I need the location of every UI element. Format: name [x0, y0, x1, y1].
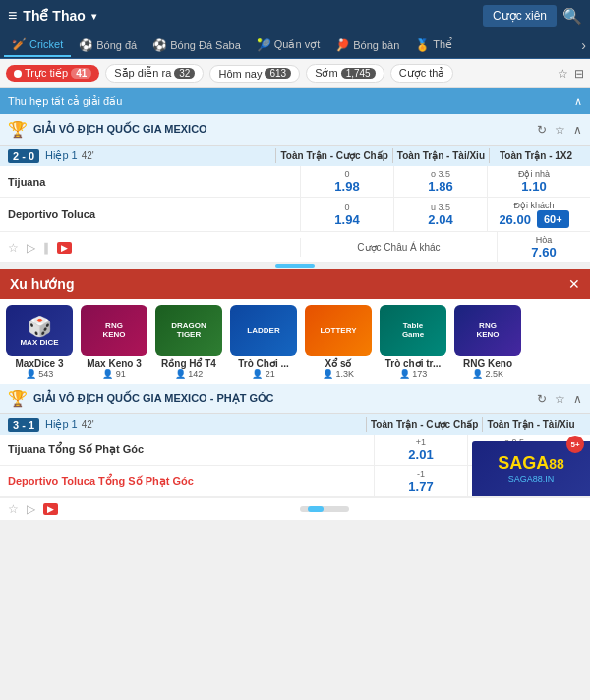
video-icon[interactable]: ▶ — [57, 242, 72, 254]
filter-som-count: 1,745 — [341, 68, 376, 79]
game-name-maxkeno3: Max Keno 3 — [87, 358, 142, 369]
refresh-icon[interactable]: ↻ — [537, 123, 547, 137]
game-thumb-rngkeno: RNGKENO — [454, 305, 521, 356]
xu-huong-close-button[interactable]: ✕ — [568, 276, 580, 292]
scroll-track[interactable] — [300, 506, 349, 512]
game-item-rngkeno[interactable]: RNGKENO RNG Keno 👤 2.5K — [452, 305, 523, 379]
draw-row: ☆ ▷ ∥ ▶ Cược Châu Á khác Hòa 7.60 — [0, 232, 590, 263]
bottom-actions-row: ☆ ▷ ▶ — [0, 497, 590, 520]
sport-tab-bongda[interactable]: ⚽ Bóng đá — [71, 34, 145, 56]
match2-period: Hiệp 1 — [45, 418, 78, 431]
match-score: 2 - 0 — [8, 149, 39, 163]
team1-handicap-cell[interactable]: 0 1.98 — [300, 166, 393, 197]
filter-action-icons: ☆ ⊟ — [558, 67, 584, 81]
star-icon[interactable]: ☆ — [555, 123, 565, 137]
team1-name: Tijuana — [0, 172, 300, 192]
team1-1x2-cell[interactable]: Đội nhà 1.10 — [487, 166, 580, 197]
plus-count-button[interactable]: 60+ — [537, 210, 569, 228]
hamburger-icon[interactable]: ≡ — [8, 7, 17, 25]
header-right: Cược xiên 🔍 — [483, 5, 582, 27]
collapse-header[interactable]: Thu hẹp tất cả giải đấu ∧ — [0, 88, 590, 114]
game-item-maxdice3[interactable]: 🎲 MAX DICE MaxDice 3 👤 543 — [4, 305, 75, 379]
team2-1x2-value: 26.00 — [499, 212, 531, 227]
game-name-ronghot4: Rồng Hổ T4 — [161, 358, 216, 369]
team2-1x2-cell[interactable]: Đội khách 26.00 60+ — [487, 198, 580, 231]
game-item-trocho[interactable]: LADDER Trò Chơi ... 👤 21 — [228, 305, 299, 379]
sport-tab-quan-vot[interactable]: 🎾 Quần vợt — [249, 34, 327, 56]
cricket-icon: 🏏 — [12, 37, 27, 51]
sport-tab-bongda-label: Bóng đá — [96, 39, 137, 51]
app-title: Thể Thao — [23, 8, 85, 24]
game-item-xoso[interactable]: LOTTERY Xổ số 👤 1.3K — [303, 305, 374, 379]
game-thumb-maxdice3: 🎲 MAX DICE — [6, 305, 73, 356]
more-sports-button[interactable]: › — [581, 37, 586, 53]
game-count-rngkeno: 👤 2.5K — [472, 369, 503, 379]
refresh-icon-2[interactable]: ↻ — [537, 392, 547, 406]
league2-icon: 🏆 — [8, 389, 28, 408]
filter-truc-tiep-count: 41 — [71, 68, 91, 79]
scroll-thumb — [308, 506, 324, 512]
play-icon-bottom[interactable]: ▷ — [27, 502, 35, 516]
chevron-up-icon[interactable]: ∧ — [573, 123, 582, 137]
filter-som-label: Sớm — [315, 67, 338, 80]
header-left: ≡ Thể Thao ▾ — [8, 7, 96, 25]
match-time: 42' — [82, 150, 94, 161]
filter-cuoc-tha[interactable]: Cược thả — [390, 64, 454, 83]
filter-sap-dien-ra[interactable]: Sắp diễn ra 32 — [105, 64, 204, 83]
sport-tab-the[interactable]: 🏅 Thể — [407, 34, 460, 56]
filter-som[interactable]: Sớm 1,745 — [306, 64, 384, 83]
sport-tab-the-label: Thể — [433, 38, 452, 51]
league1-match-info: 2 - 0 Hiệp 1 42' Toàn Trận - Cược Chấp T… — [0, 146, 590, 166]
team1-handicap-value: 1.98 — [334, 179, 359, 194]
team2-taixiu-value: 2.04 — [428, 212, 452, 227]
team1-1x2-value: 1.10 — [521, 179, 546, 194]
filter-icon[interactable]: ⊟ — [574, 67, 584, 81]
team1-taixiu-cell[interactable]: o 3.5 1.86 — [393, 166, 487, 197]
sport-tab-bong-ban[interactable]: 🏓 Bóng bàn — [327, 34, 407, 56]
team2-taixiu-cell[interactable]: u 3.5 2.04 — [393, 198, 487, 231]
league1-header: 🏆 GIẢI VÔ ĐỊCH QUỐC GIA MEXICO ↻ ☆ ∧ — [0, 114, 590, 146]
star-icon-2[interactable]: ☆ — [8, 241, 19, 255]
game-item-ronghot4[interactable]: DRAGONTIGER Rồng Hổ T4 👤 142 — [153, 305, 224, 379]
bars-icon[interactable]: ∥ — [43, 241, 49, 255]
game-thumb-trocho: LADDER — [230, 305, 297, 356]
sport-tab-bongda-saba-label: Bóng Đá Saba — [170, 39, 241, 51]
team1-row: Tijuana 0 1.98 o 3.5 1.86 Đội nhà 1.10 — [0, 166, 590, 198]
bookmark-icon[interactable]: ☆ — [558, 67, 568, 81]
l2-team2-handicap-cell[interactable]: -1 1.77 — [374, 466, 467, 496]
quan-vot-icon: 🎾 — [257, 38, 271, 52]
cuoc-chau-a-button[interactable]: Cược Châu Á khác — [300, 238, 497, 257]
match-period: Hiệp 1 — [45, 149, 78, 162]
saga-banner[interactable]: 5+ SAGA88 SAGA88.IN — [472, 441, 590, 496]
sport-tab-bongda-saba[interactable]: ⚽ Bóng Đá Saba — [145, 34, 249, 56]
col2-header: Toàn Trận - Tài/Xiu — [392, 148, 489, 163]
game-count-maxkeno3: 👤 91 — [102, 369, 126, 379]
star-icon-bottom[interactable]: ☆ — [8, 502, 19, 516]
league2-team1-name: Tijuana Tổng Số Phạt Góc — [0, 439, 374, 460]
chevron-down-icon[interactable]: ▾ — [91, 11, 96, 22]
game-thumb-trochoit: TableGame — [380, 305, 446, 356]
game-item-maxkeno3[interactable]: RNGKENO Max Keno 3 👤 91 — [79, 305, 149, 379]
search-icon[interactable]: 🔍 — [562, 7, 582, 26]
video-icon-bottom[interactable]: ▶ — [43, 503, 58, 515]
bongda-icon: ⚽ — [79, 38, 93, 52]
hoa-cell[interactable]: Hòa 7.60 — [497, 232, 590, 262]
filter-hom-nay[interactable]: Hôm nay 613 — [209, 65, 300, 83]
league2-name: GIẢI VÔ ĐỊCH QUỐC GIA MEXICO - PHẠT GÓC — [33, 392, 531, 405]
filter-truc-tiep[interactable]: Trực tiếp 41 — [6, 65, 99, 82]
play-icon[interactable]: ▷ — [27, 241, 35, 255]
league2-match-info: 3 - 1 Hiệp 1 42' Toàn Trận - Cược Chấp T… — [0, 414, 590, 435]
chevron-up-icon-2[interactable]: ∧ — [573, 392, 582, 406]
sport-tab-cricket-label: Cricket — [30, 38, 63, 50]
team2-handicap-cell[interactable]: 0 1.94 — [300, 198, 393, 231]
l2-team1-handicap-cell[interactable]: +1 2.01 — [374, 435, 467, 465]
game-item-trochoit[interactable]: TableGame Trò chơi tr... 👤 173 — [378, 305, 448, 379]
l2-col2-header: Toàn Trận - Tài/Xiu — [482, 417, 578, 432]
col1-header: Toàn Trận - Cược Chấp — [275, 148, 391, 163]
game-name-xoso: Xổ số — [324, 358, 351, 369]
sport-tab-cricket[interactable]: 🏏 Cricket — [4, 33, 71, 57]
star-icon-3[interactable]: ☆ — [555, 392, 565, 406]
game-name-trocho: Trò Chơi ... — [238, 358, 289, 369]
l2-col1-header: Toàn Trận - Cược Chấp — [366, 417, 482, 432]
cuoc-xien-button[interactable]: Cược xiên — [483, 5, 557, 27]
